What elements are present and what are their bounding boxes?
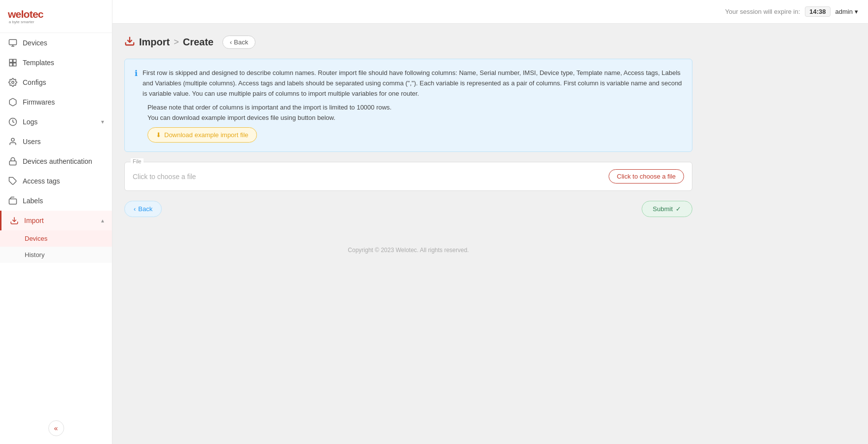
svg-point-7 [12,81,14,84]
breadcrumb-back-label: Back [234,38,248,46]
sidebar-item-users-label: Users [23,138,104,146]
back-action-label: Back [138,205,152,213]
sidebar-nav: Devices Templates Configs Firmwares [0,33,112,263]
submit-label: Submit [653,205,673,213]
sidebar-item-templates-label: Templates [23,59,104,67]
info-line2: Please note that order of columns is imp… [147,104,682,111]
main-content: Your session will expire in: 14:38 admin… [112,0,868,444]
sidebar: welotec a byte smarter Devices Templates… [0,0,112,444]
sidebar-item-labels-label: Labels [23,197,104,205]
sidebar-subitem-devices[interactable]: Devices [0,230,112,247]
sidebar-subitem-devices-label: Devices [25,235,47,242]
svg-rect-10 [9,161,16,165]
content-area: Import > Create ‹ Back ℹ First row is sk… [112,24,704,275]
sidebar-item-devices-auth[interactable]: Devices authentication [0,151,112,171]
sidebar-subitem-history[interactable]: History [0,247,112,263]
file-input-row: Click to choose a file Click to choose a… [133,169,684,184]
import-icon [9,216,19,225]
copyright-text: Copyright © 2023 Welotec. All rights res… [348,247,469,254]
svg-text:a byte smarter: a byte smarter [9,20,35,24]
user-menu[interactable]: admin ▾ [835,8,858,15]
import-breadcrumb-icon [124,36,135,49]
sidebar-item-labels[interactable]: Labels [0,191,112,211]
firmwares-icon [8,97,18,107]
svg-rect-12 [9,199,17,204]
accesstags-icon [8,176,18,186]
submit-check-icon: ✓ [676,205,681,213]
labels-icon [8,196,18,206]
svg-rect-4 [13,59,16,62]
welotec-logo: welotec a byte smarter [8,6,72,26]
svg-rect-6 [13,63,16,66]
info-box-header: ℹ First row is skipped and designed to d… [135,68,682,99]
footer: Copyright © 2023 Welotec. All rights res… [124,237,692,263]
logo-area: welotec a byte smarter [0,0,112,33]
username-label: admin [835,8,853,15]
import-chevron-icon: ▴ [101,217,104,224]
file-label: File [131,158,144,164]
sidebar-item-devices-auth-label: Devices authentication [23,157,104,165]
info-box: ℹ First row is skipped and designed to d… [124,59,692,152]
breadcrumb-title: Import [139,37,170,48]
sidebar-subitem-history-label: History [25,251,44,259]
breadcrumb-back-button[interactable]: ‹ Back [222,36,255,49]
download-example-label: Download example import file [164,131,249,139]
sidebar-item-templates[interactable]: Templates [0,53,112,73]
sidebar-item-logs-label: Logs [23,118,96,126]
logs-icon [8,117,18,127]
user-chevron-icon: ▾ [855,8,858,15]
info-circle-icon: ℹ [135,69,138,99]
session-timer: 14:38 [805,6,830,17]
choose-file-label: Click to choose a file [617,173,676,180]
import-sub-nav: Devices History [0,230,112,263]
sidebar-item-configs[interactable]: Configs [0,73,112,92]
svg-point-9 [11,138,14,141]
back-action-chevron-icon: ‹ [134,205,136,213]
svg-text:welotec: welotec [8,8,44,20]
templates-icon [8,58,18,68]
action-row: ‹ Back Submit ✓ [124,201,692,217]
file-placeholder: Click to choose a file [133,173,196,181]
session-label: Your session will expire in: [725,8,800,15]
sidebar-item-devices-label: Devices [23,39,104,47]
info-line1: First row is skipped and designed to des… [143,68,682,99]
sidebar-item-access-tags-label: Access tags [23,177,104,185]
sidebar-item-users[interactable]: Users [0,132,112,151]
sidebar-item-firmwares-label: Firmwares [23,98,104,106]
sidebar-item-configs-label: Configs [23,78,104,86]
breadcrumb-subtitle: Create [183,37,214,48]
sidebar-collapse-button[interactable]: « [48,420,64,436]
svg-rect-2 [9,39,17,45]
sidebar-item-import[interactable]: Import ▴ [0,211,112,230]
choose-file-button[interactable]: Click to choose a file [609,169,684,184]
download-example-button[interactable]: ⬇ Download example import file [147,127,257,143]
devices-icon [8,38,18,48]
back-action-button[interactable]: ‹ Back [124,201,162,217]
submit-button[interactable]: Submit ✓ [642,201,692,217]
breadcrumb-separator: > [174,37,179,47]
breadcrumb: Import > Create ‹ Back [124,36,692,49]
logs-chevron-icon: ▾ [101,118,104,125]
svg-rect-3 [9,59,12,62]
users-icon [8,137,18,147]
configs-icon [8,77,18,87]
sidebar-item-import-label: Import [24,217,96,224]
devicesauth-icon [8,156,18,166]
sidebar-item-logs[interactable]: Logs ▾ [0,112,112,132]
sidebar-item-access-tags[interactable]: Access tags [0,171,112,191]
svg-rect-5 [9,63,12,66]
collapse-icon: « [54,424,58,432]
info-line3: You can download example import devices … [147,114,682,121]
download-icon: ⬇ [156,131,161,139]
back-chevron-icon: ‹ [230,38,232,46]
top-header: Your session will expire in: 14:38 admin… [112,0,868,24]
file-input-section: File Click to choose a file Click to cho… [124,162,692,191]
sidebar-item-firmwares[interactable]: Firmwares [0,92,112,112]
sidebar-item-devices[interactable]: Devices [0,33,112,53]
